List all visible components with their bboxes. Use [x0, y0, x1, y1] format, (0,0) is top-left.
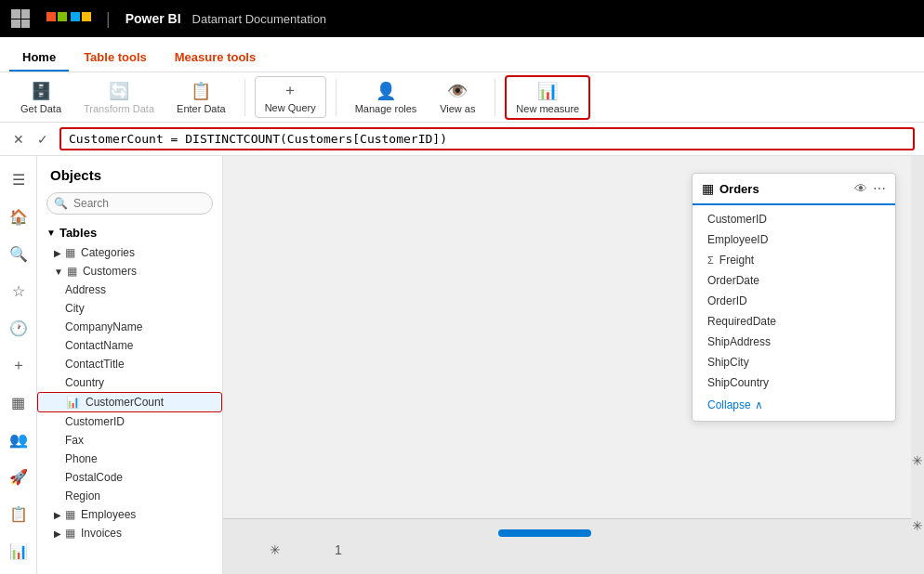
separator-1: [244, 79, 245, 116]
logo-divider: |: [106, 9, 111, 29]
orders-card-actions: 👁 ⋯: [854, 181, 886, 196]
field-customerid[interactable]: CustomerID: [37, 412, 222, 431]
objects-tree: ▼ Tables ▶ ▦ Categories ▼ ▦ Customers Ad…: [37, 222, 222, 574]
field-phone[interactable]: Phone: [37, 450, 222, 468]
sidebar-menu-icon[interactable]: ☰: [2, 163, 35, 195]
employees-group[interactable]: ▶ ▦ Employees: [37, 505, 222, 524]
search-container: 🔍: [37, 189, 222, 222]
app-grid-icon[interactable]: [11, 9, 30, 28]
field-address[interactable]: Address: [37, 280, 222, 299]
formula-input[interactable]: [59, 127, 915, 150]
formula-cancel-button[interactable]: ✕: [9, 130, 28, 149]
categories-group[interactable]: ▶ ▦ Categories: [37, 243, 222, 262]
new-measure-button[interactable]: 📊 New measure: [505, 75, 590, 120]
contacttitle-label: ContactTitle: [65, 358, 125, 371]
customers-table-icon: ▦: [67, 265, 77, 278]
contactname-label: ContactName: [65, 339, 133, 352]
region-label: Region: [65, 489, 100, 502]
new-query-button[interactable]: ＋ New Query: [255, 76, 326, 118]
orders-field-shipaddress[interactable]: ShipAddress: [693, 332, 895, 352]
field-country[interactable]: Country: [37, 373, 222, 392]
invoices-group[interactable]: ▶ ▦ Invoices: [37, 524, 222, 542]
tab-measure-tools[interactable]: Measure tools: [162, 45, 269, 72]
sidebar-people-icon[interactable]: 👥: [2, 424, 35, 455]
app-name: Power BI: [125, 11, 181, 26]
field-fax[interactable]: Fax: [37, 431, 222, 450]
tables-label: Tables: [59, 226, 97, 240]
field-postalcode[interactable]: PostalCode: [37, 468, 222, 487]
sidebar-add-icon[interactable]: ＋: [2, 349, 35, 381]
postalcode-label: PostalCode: [65, 471, 123, 484]
country-label: Country: [65, 376, 104, 389]
sidebar-list-icon[interactable]: 📋: [2, 498, 35, 529]
formula-confirm-button[interactable]: ✓: [33, 130, 52, 149]
companyname-label: CompanyName: [65, 320, 142, 333]
collapse-button[interactable]: Collapse ∧: [693, 393, 895, 417]
customers-label: Customers: [83, 265, 137, 278]
search-input[interactable]: [46, 192, 213, 215]
field-companyname[interactable]: CompanyName: [37, 318, 222, 336]
field-city[interactable]: City: [37, 299, 222, 318]
address-label: Address: [65, 283, 106, 296]
categories-label: Categories: [81, 246, 135, 259]
customers-group[interactable]: ▼ ▦ Customers: [37, 262, 222, 280]
sidebar-clock-icon[interactable]: 🕐: [2, 312, 35, 344]
field-contactname[interactable]: ContactName: [37, 336, 222, 355]
employees-label: Employees: [81, 508, 136, 521]
employeeid-field-label: EmployeeID: [707, 233, 768, 246]
city-label: City: [65, 302, 85, 315]
view-as-icon: 👁️: [447, 81, 468, 101]
orders-field-customerid[interactable]: CustomerID: [693, 209, 895, 229]
field-region[interactable]: Region: [37, 487, 222, 505]
sidebar-rocket-icon[interactable]: 🚀: [2, 461, 35, 492]
orders-field-shipcity[interactable]: ShipCity: [693, 352, 895, 372]
orders-field-shipcountry[interactable]: ShipCountry: [693, 372, 895, 393]
view-as-label: View as: [440, 103, 475, 114]
enter-data-icon: 📋: [191, 81, 211, 101]
formula-controls: ✕ ✓: [9, 130, 52, 149]
vertical-scrollbar[interactable]: ✳ ✳: [911, 156, 924, 574]
search-icon: 🔍: [54, 197, 68, 210]
orders-field-employeeid[interactable]: EmployeeID: [693, 229, 895, 250]
tables-section-header[interactable]: ▼ Tables: [37, 222, 222, 243]
shipcity-field-label: ShipCity: [707, 356, 749, 369]
separator-2: [336, 79, 337, 116]
invoices-chevron: ▶: [54, 528, 61, 539]
bottom-asterisk: ✳: [270, 542, 281, 557]
customercount-label: CustomerCount: [86, 396, 164, 409]
objects-title: Objects: [37, 156, 222, 189]
sidebar-star-icon[interactable]: ☆: [2, 275, 35, 307]
top-bar: | Power BI Datamart Documentation: [0, 0, 924, 37]
sidebar-table-icon[interactable]: ▦: [2, 386, 35, 418]
orders-field-orderid[interactable]: OrderID: [693, 291, 895, 311]
enter-data-label: Enter Data: [177, 103, 226, 114]
sidebar-home-icon[interactable]: 🏠: [2, 201, 35, 232]
horizontal-scrollbar[interactable]: [498, 529, 591, 537]
manage-roles-button[interactable]: 👤 Manage roles: [346, 77, 427, 118]
tab-home[interactable]: Home: [9, 45, 69, 72]
orders-more-icon[interactable]: ⋯: [873, 181, 886, 196]
main-canvas: ▦ Orders 👁 ⋯ CustomerID EmployeeID Σ Fre…: [223, 156, 924, 574]
enter-data-button[interactable]: 📋 Enter Data: [167, 77, 235, 118]
requireddate-field-label: RequiredDate: [707, 315, 776, 328]
scroll-asterisk-top: ✳: [912, 453, 923, 468]
orders-eye-icon[interactable]: 👁: [854, 181, 867, 196]
employees-chevron: ▶: [54, 510, 61, 520]
get-data-icon: 🗄️: [31, 81, 51, 101]
orders-field-orderdate[interactable]: OrderDate: [693, 270, 895, 291]
transform-data-label: Transform Data: [84, 103, 154, 114]
sidebar-icons: ☰ 🏠 🔍 ☆ 🕐 ＋ ▦ 👥 🚀 📋 📊: [0, 156, 37, 574]
manage-roles-label: Manage roles: [355, 103, 417, 114]
get-data-button[interactable]: 🗄️ Get Data: [11, 77, 71, 118]
transform-data-button[interactable]: 🔄 Transform Data: [74, 77, 164, 118]
get-data-label: Get Data: [20, 103, 61, 114]
sidebar-search-icon[interactable]: 🔍: [2, 238, 35, 269]
view-as-button[interactable]: 👁️ View as: [429, 77, 485, 118]
orders-field-requireddate[interactable]: RequiredDate: [693, 311, 895, 332]
orders-field-freight[interactable]: Σ Freight: [693, 250, 895, 270]
sidebar-chart-icon[interactable]: 📊: [2, 535, 35, 567]
tab-table-tools[interactable]: Table tools: [71, 45, 160, 72]
bottom-number: 1: [335, 542, 342, 557]
field-contacttitle[interactable]: ContactTitle: [37, 355, 222, 373]
field-customercount[interactable]: 📊 CustomerCount: [37, 392, 222, 412]
